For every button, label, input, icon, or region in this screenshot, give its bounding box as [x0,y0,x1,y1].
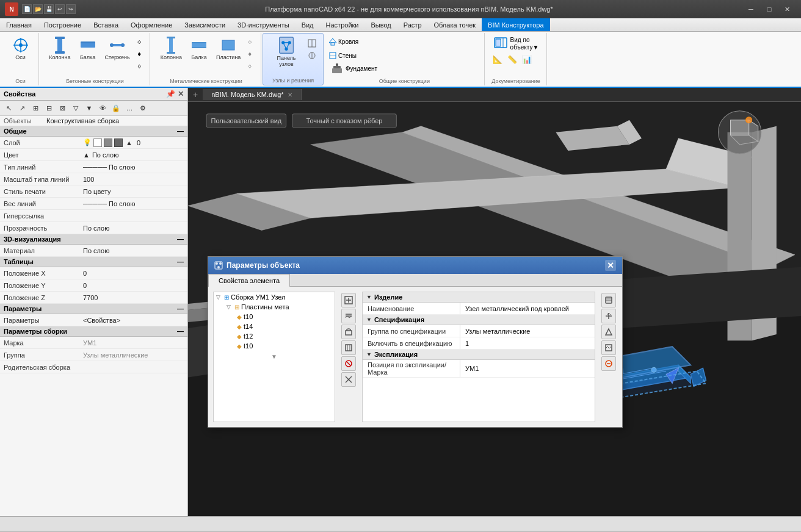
ribbon-btn-small-3[interactable]: ⬨ [135,60,143,71]
maximize-btn[interactable]: □ [761,3,778,15]
ribbon-btn-metal-sm-1[interactable]: ⬦ [245,35,254,46]
menu-nastroyki[interactable]: Настройки [320,18,365,31]
dialog-side-btn-5[interactable] [341,356,356,371]
tree-item-sborka[interactable]: ▽ ⊞ Сборка УМ1 Узел [214,292,335,302]
close-btn[interactable]: ✕ [779,3,796,15]
menu-vid[interactable]: Вид [295,18,320,31]
dialog-right-btn-5[interactable] [601,356,616,371]
section-parametry-sborki[interactable]: Параметры сборки — [0,326,187,337]
add-tab-btn[interactable]: + [188,88,203,101]
panel-pin-icon[interactable]: 📌 [166,90,175,98]
lock-btn[interactable]: 🔒 [110,102,122,114]
select5-btn[interactable]: ⊠ [56,102,68,114]
tree-item-t12[interactable]: ◆ t12 [214,331,335,341]
section-tablitsy[interactable]: Таблицы — [0,257,187,267]
props-section-spetsifikatsiya[interactable]: ▼ Спецификация [363,315,595,325]
dialog-side-btn-6[interactable] [341,372,356,387]
section-3d[interactable]: 3D-визуализация — [0,234,187,245]
menu-rastr[interactable]: Растр [397,18,428,31]
select2-btn[interactable]: ↗ [16,102,28,114]
tree-item-t14[interactable]: ◆ t14 [214,322,335,331]
dialog-right-btn-1[interactable] [601,293,616,307]
ribbon-btn-sterzhen[interactable]: Стержень [103,35,132,62]
open-btn[interactable]: 📂 [33,4,43,14]
viewport-tab-close[interactable]: ✕ [288,92,292,98]
panel-header-icons[interactable]: 📌 ✕ [166,90,184,98]
ribbon-btn-kolonna-beton[interactable]: Колонна [46,35,73,62]
props-toggle-izdelie[interactable]: ▼ [366,294,372,300]
dialog-right-btn-2[interactable] [601,309,616,323]
new-btn[interactable]: 📄 [22,4,32,14]
viewport-tab-main[interactable]: nBIM. Модель KM.dwg* ✕ [203,89,301,100]
krovlya-label[interactable]: Кровля [338,38,358,45]
window-controls[interactable]: ─ □ ✕ [742,3,796,15]
dialog-side-btn-2[interactable] [341,309,356,323]
select4-btn[interactable]: ⊟ [43,102,55,114]
ribbon-btn-plastina[interactable]: Пластина [214,35,243,62]
menu-bim[interactable]: BIM Конструктора [482,18,549,31]
panel-header: Свойства 📌 ✕ [0,88,187,101]
steny-label[interactable]: Стены [338,52,357,59]
menu-vstavka[interactable]: Вставка [87,18,125,31]
select3-btn[interactable]: ⊞ [29,102,42,114]
ribbon-btn-small-1[interactable]: ⬦ [135,35,143,46]
select-btn[interactable]: ↖ [2,102,15,114]
dialog-side-btn-4[interactable] [341,340,356,355]
dialog-right-btn-4[interactable] [601,340,616,355]
panel-close-icon[interactable]: ✕ [178,90,184,98]
quick-access-toolbar[interactable]: 📄 📂 💾 ↩ ↪ [22,4,76,14]
menu-glavnaya[interactable]: Главная [0,18,38,31]
ribbon-btn-fundament[interactable]: Фундамент [328,61,380,76]
redo-btn[interactable]: ↪ [66,4,76,14]
tree-item-plastiny[interactable]: ▽ ⊞ Пластины мета [214,302,335,312]
ribbon-btn-panel-uzlov[interactable]: Панельузлов [268,36,305,69]
props-toggle-eksp[interactable]: ▼ [366,351,372,358]
dialog-side-btn-1[interactable] [341,293,356,307]
menu-postroenie[interactable]: Построение [38,18,87,31]
props-toggle-spets[interactable]: ▼ [366,317,372,323]
ribbon-btn-metal-sm-3[interactable]: ⬨ [245,60,254,71]
ribbon-btn-osi[interactable]: Оси [9,35,33,62]
props-section-izdelie[interactable]: ▼ Изделие [363,292,595,303]
save-btn[interactable]: 💾 [44,4,54,14]
dialog-right-btn-3[interactable] [601,325,616,339]
tree-expand-plastiny[interactable]: ▽ [227,304,233,310]
tree-item-t10-2[interactable]: ◆ t10 [214,341,335,351]
tree-panel[interactable]: ▽ ⊞ Сборка УМ1 Узел ▽ ⊞ Пластины мета ◆ … [213,292,335,422]
ribbon-btn-dok-sm-1[interactable]: 📐 [491,54,504,65]
filter2-btn[interactable]: ▼ [83,102,95,114]
ribbon-btn-small-2[interactable]: ⬧ [135,48,143,59]
ribbon-btn-balka-metal[interactable]: Балка [187,35,211,62]
dialog-side-btn-3[interactable] [341,325,356,339]
ribbon-btn-dok-sm-2[interactable]: 📏 [506,54,519,65]
tree-expand-sborka[interactable]: ▽ [216,294,222,300]
section-parametry[interactable]: Параметры — [0,304,187,314]
ribbon-btn-vid-po-obektu[interactable]: Вид пообъекту▼ [491,35,542,52]
props-row-gruppa-spets: Группа по спецификации Узлы металлически… [363,325,595,337]
undo-btn[interactable]: ↩ [55,4,65,14]
section-general[interactable]: Общие — [0,126,187,137]
menu-oblaka[interactable]: Облака точек [428,18,482,31]
menu-zavisimosti[interactable]: Зависимости [178,18,231,31]
ribbon-btn-uzly-sm-2[interactable] [306,51,318,60]
props-section-eksplikatsiya[interactable]: ▼ Экспликация [363,350,595,360]
ribbon-btn-metal-sm-2[interactable]: ⬧ [245,48,254,59]
ribbon-btn-uzly-sm-1[interactable] [306,38,318,48]
dialog-tab-svoystva[interactable]: Свойства элемента [208,274,290,287]
settings-btn[interactable]: ⚙ [137,102,149,114]
eye-btn[interactable]: 👁 [96,102,109,114]
sterzhen-label: Стержень [105,55,130,61]
minimize-btn[interactable]: ─ [742,3,759,15]
ribbon-btn-balka-beton[interactable]: Балка [76,35,100,62]
tree-item-t10-1[interactable]: ◆ t10 [214,312,335,322]
menu-oformlenie[interactable]: Оформление [125,18,178,31]
dialog-parametry[interactable]: Параметры объекта ✕ Свойства элемента ▽ … [208,256,623,428]
ribbon-btn-dok-sm-3[interactable]: 📊 [520,54,534,65]
dialog-body: ▽ ⊞ Сборка УМ1 Узел ▽ ⊞ Пластины мета ◆ … [208,287,622,427]
menu-3d[interactable]: 3D-инструменты [231,18,295,31]
ribbon-btn-kolonna-metal[interactable]: Колонна [158,35,184,62]
filter-btn[interactable]: ▽ [70,102,82,114]
more-btn[interactable]: … [123,102,136,114]
menu-vyvod[interactable]: Вывод [364,18,397,31]
dialog-close-btn[interactable]: ✕ [605,260,616,271]
